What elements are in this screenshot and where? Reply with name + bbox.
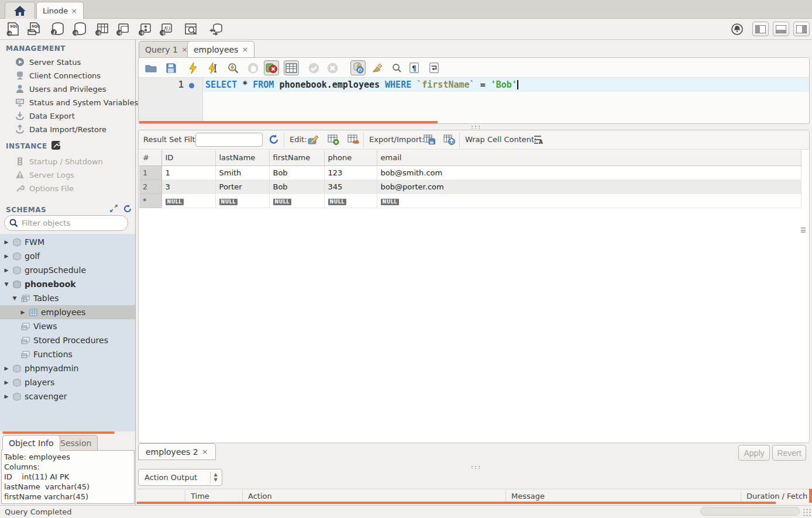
open-file-icon[interactable] [143,60,159,75]
tree-node-procedures-folder[interactable]: Stored Procedures [0,333,135,347]
tab-employees[interactable]: employees × [187,41,254,58]
cell[interactable]: Porter [215,179,269,194]
rollback-icon[interactable] [325,60,340,75]
tab-resultset-employees2[interactable]: employees 2 × [138,443,216,460]
reconnect-dbms-icon[interactable] [207,22,223,37]
home-tab[interactable] [5,2,35,19]
revert-button[interactable]: Revert [772,445,806,461]
tree-node-schema[interactable]: ▶ FWM [0,235,135,249]
broom-icon[interactable] [370,60,386,75]
import-records-icon[interactable] [443,133,456,146]
search-table-data-icon[interactable] [183,22,199,37]
cell[interactable]: 3 [161,179,215,194]
code-text[interactable]: SELECT * FROM phonebook.employees WHERE … [203,78,809,122]
sidebar-item-data-export[interactable]: Data Export [15,109,132,122]
new-schema-icon[interactable]: + [71,22,88,37]
action-output-vscroll-indicator[interactable] [809,489,812,503]
result-filter-input[interactable] [195,133,263,147]
chevron-right-icon[interactable]: ▶ [4,379,9,385]
tree-node-schema[interactable]: ▶ groupSchedule [0,263,135,277]
tab-object-info[interactable]: Object Info [2,435,60,451]
tree-node-functions-folder[interactable]: Functions [0,347,135,361]
explain-icon[interactable] [225,60,240,75]
stop-icon[interactable] [245,60,260,75]
cell[interactable]: Smith [215,165,269,179]
ao-col-action[interactable]: Action [248,492,272,500]
new-view-icon[interactable]: + [115,22,131,37]
ao-col-time[interactable]: Time [191,492,209,500]
commit-icon[interactable] [306,60,321,75]
cell[interactable]: 1 [161,165,215,179]
toggle-left-sidebar-button[interactable] [752,22,769,36]
toggle-right-sidebar-button[interactable] [793,22,810,36]
wrap-text-icon[interactable] [426,60,442,75]
ao-col-message[interactable]: Message [511,492,545,500]
chevron-right-icon[interactable]: ▶ [4,253,9,259]
execute-icon[interactable] [185,60,201,75]
cell[interactable]: 123 [324,165,377,179]
sidebar-item-server-status[interactable]: Server Status [15,56,132,68]
schema-filter-input[interactable] [22,219,115,227]
refresh-icon[interactable] [123,205,131,213]
chevron-right-icon[interactable]: ▶ [4,365,9,371]
spinner-arrows-icon[interactable]: ▲▼ [210,472,218,484]
new-sql-tab-icon[interactable]: SQL+ [5,22,21,37]
resize-grip-icon[interactable] [803,508,811,516]
result-grid[interactable]: # ID lastName firstName phone email 1 1 [139,150,801,208]
open-sql-script-icon[interactable]: SQL [26,22,42,37]
col-header-lastname[interactable]: lastName [215,150,269,165]
tree-node-tables-folder[interactable]: ▼ Tables [0,291,135,305]
chevron-right-icon[interactable]: ▶ [4,393,9,399]
tree-node-views-folder[interactable]: Views [0,319,135,333]
sql-code-area[interactable]: 1 SELECT * FROM phonebook.employees WHER… [139,78,809,122]
execute-current-icon[interactable] [205,60,221,75]
col-header-email[interactable]: email [377,150,801,165]
chevron-right-icon[interactable]: ▶ [4,267,9,273]
cell-null[interactable]: NULL [377,194,801,208]
editor-hscroll-indicator[interactable] [139,121,438,123]
grid-row[interactable]: 2 3 Porter Bob 345 bob@porter.com [139,179,801,194]
refresh-icon[interactable] [267,133,280,146]
grid-row[interactable]: 1 1 Smith Bob 123 bob@smith.com [139,165,801,179]
autocommit-toggle[interactable] [350,60,366,75]
cell[interactable]: bob@porter.com [377,179,801,194]
sidebar-item-server-logs[interactable]: Server Logs [15,168,132,181]
apply-button[interactable]: Apply [738,445,770,461]
stop-on-error-toggle[interactable] [264,60,279,75]
results-vscroll-grip[interactable] [801,227,806,233]
tree-node-schema-phonebook[interactable]: ▼ phonebook [0,277,135,291]
col-header-phone[interactable]: phone [324,150,377,165]
cell-null[interactable]: NULL [269,194,324,208]
cell[interactable]: Bob [269,165,324,179]
connection-tab-linode[interactable]: Linode × [36,2,84,19]
new-function-icon[interactable]: f()+ [158,22,174,37]
tab-session[interactable]: Session [54,435,98,451]
limit-rows-toggle[interactable] [284,60,299,75]
action-output-select[interactable]: Action Output ▲▼ [138,469,222,486]
sidebar-item-data-import[interactable]: Data Import/Restore [15,123,132,136]
find-icon[interactable] [389,60,404,75]
tree-node-schema[interactable]: ▶ players [0,375,135,389]
tree-node-schema[interactable]: ▶ phpmyadmin [0,361,135,375]
expand-icon[interactable] [110,205,118,212]
tree-scroll-indicator[interactable] [2,431,115,434]
tree-node-schema[interactable]: ▶ golf [0,249,135,263]
col-header-num[interactable]: # [139,150,161,165]
close-icon[interactable]: × [242,46,248,53]
col-header-firstname[interactable]: firstName [269,150,324,165]
sidebar-item-options-file[interactable]: Options File [15,182,132,195]
cell[interactable]: bob@smith.com [377,165,801,179]
tree-node-schema[interactable]: ▶ scavenger [0,389,135,403]
chevron-down-icon[interactable]: ▼ [12,295,18,301]
wrap-content-icon[interactable]: A [532,133,545,146]
sidebar-item-startup-shutdown[interactable]: Startup / Shutdown [15,155,132,168]
sidebar-item-users-privileges[interactable]: Users and Privileges [15,82,132,95]
ao-col-duration[interactable]: Duration / Fetch [746,492,807,500]
new-procedure-icon[interactable]: + [137,22,153,37]
notification-bell-icon[interactable] [729,22,745,37]
edit-pencil-icon[interactable] [307,133,320,146]
cell-null[interactable]: NULL [161,194,215,208]
splitter-grip[interactable] [470,125,481,129]
grid-new-row[interactable]: * NULL NULL NULL NULL NULL [139,194,801,208]
add-row-icon[interactable] [327,133,340,146]
